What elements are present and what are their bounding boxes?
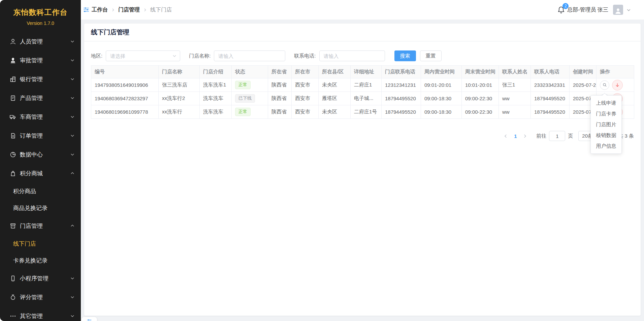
cell-district: 未央区 bbox=[319, 78, 351, 92]
dropdown-item-1[interactable]: 门店卡券 bbox=[591, 108, 621, 119]
sidebar-item-store-management[interactable]: 门店管理 bbox=[0, 216, 81, 235]
cell-weekend_hours: 10:01-20:01 bbox=[462, 78, 499, 92]
prev-page-button[interactable] bbox=[501, 134, 510, 139]
chevron-down-icon[interactable] bbox=[626, 7, 631, 12]
dropdown-item-2[interactable]: 门店图片 bbox=[591, 119, 621, 130]
sidebar-item-approval[interactable]: 审批管理 bbox=[0, 51, 81, 70]
cell-contact_phone: 18794495520 bbox=[531, 92, 570, 105]
cell-contact_phone: 23323342331 bbox=[531, 78, 570, 92]
sidebar-subitem-coupon-exchange-records[interactable]: 卡券兑换记录 bbox=[0, 252, 81, 269]
cell-province: 陕西省 bbox=[268, 92, 292, 105]
chevron-down-icon bbox=[70, 58, 75, 63]
card-header: 线下门店管理 bbox=[84, 24, 641, 41]
region-select-input[interactable] bbox=[106, 50, 180, 61]
cell-weekend_hours: 09:00-22:30 bbox=[462, 105, 499, 119]
chevron-up-icon bbox=[70, 223, 75, 228]
column-header: 所在县/区 bbox=[319, 66, 351, 78]
cell-district: 雁塔区 bbox=[319, 92, 351, 105]
chevron-down-icon bbox=[70, 152, 75, 157]
column-header: 编号 bbox=[91, 66, 159, 78]
chevron-down-icon bbox=[70, 276, 75, 281]
store-name-input[interactable] bbox=[214, 50, 285, 61]
sidebar-item-rating[interactable]: 评分管理 bbox=[0, 288, 81, 307]
app-title: 东怡数科工作台 bbox=[0, 7, 81, 17]
chart-icon bbox=[9, 151, 17, 158]
breadcrumb-item-workbench[interactable]: 工作台 bbox=[92, 6, 108, 13]
cell-intro: 洗车洗车 bbox=[200, 92, 232, 105]
avatar[interactable] bbox=[613, 5, 623, 15]
cell-weekday_hours: 09:00-18:30 bbox=[421, 92, 462, 105]
content-card: 线下门店管理 地区: 门店名称: 联系电话: 搜索 bbox=[84, 24, 641, 316]
app-version: Version 1.7.0 bbox=[0, 21, 81, 26]
goto-label: 前往 bbox=[536, 133, 546, 139]
cell-contact_name: 张三1 bbox=[499, 78, 531, 92]
breadcrumb-item-offline-stores: 线下门店 bbox=[150, 6, 172, 13]
cell-contact_name: ww bbox=[499, 105, 531, 119]
sidebar-item-other[interactable]: 其它管理 bbox=[0, 307, 81, 321]
sidebar-item-data-center[interactable]: 数据中心 bbox=[0, 145, 81, 164]
sidebar-item-dealer[interactable]: 车商管理 bbox=[0, 107, 81, 126]
sidebar-item-bank[interactable]: 银行管理 bbox=[0, 70, 81, 88]
chevron-down-icon bbox=[70, 96, 75, 100]
cell-store_phone: 18794495520 bbox=[382, 105, 421, 119]
down-arrow-icon bbox=[615, 82, 620, 88]
sidebar-subitem-points-goods[interactable]: 积分商品 bbox=[0, 183, 81, 200]
dropdown-item-0[interactable]: 上线申请 bbox=[591, 98, 621, 108]
floating-sliders-chip[interactable] bbox=[82, 317, 97, 321]
breadcrumb-separator bbox=[111, 8, 115, 12]
cell-weekday_hours: 09:00-18:30 bbox=[421, 105, 462, 119]
dropdown-item-4[interactable]: 用户信息 bbox=[591, 141, 621, 151]
page-number-1[interactable]: 1 bbox=[510, 133, 520, 139]
sidebar-item-order[interactable]: 订单管理 bbox=[0, 126, 81, 145]
main-area: 工作台 门店管理 线下门店 2 总部-管理员 张三 bbox=[81, 0, 644, 321]
table-row: 1947938051649019906张三洗车店洗车洗车1正常陕西省西安市未央区… bbox=[91, 78, 634, 92]
cell-intro: 洗车洗车 bbox=[200, 105, 232, 119]
pagination: 1 前往 页 20条/页 共 3 条 bbox=[91, 131, 634, 141]
reset-button[interactable]: 重置 bbox=[420, 50, 442, 61]
truck-icon bbox=[9, 113, 17, 120]
cell-contact_name: ww bbox=[499, 92, 531, 105]
chevron-down-icon bbox=[70, 114, 75, 119]
actions-dropdown-menu: 上线申请门店卡券门店图片核销数据用户信息 bbox=[590, 95, 622, 154]
dropdown-item-3[interactable]: 核销数据 bbox=[591, 130, 621, 141]
cell-store_phone: 18794495520 bbox=[382, 92, 421, 105]
sidebar-item-miniprogram[interactable]: 小程序管理 bbox=[0, 269, 81, 288]
cell-id: 1940680196961099778 bbox=[91, 105, 159, 119]
column-header: 所在市 bbox=[292, 66, 319, 78]
view-store-button[interactable] bbox=[600, 80, 609, 90]
chevron-down-icon bbox=[70, 314, 75, 318]
filter-bar: 地区: 门店名称: 联系电话: 搜索 重置 bbox=[91, 50, 634, 61]
sidebar-subitem-offline-stores[interactable]: 线下门店 bbox=[0, 235, 81, 252]
cell-district: 未央区 bbox=[319, 105, 351, 119]
store-actions-button[interactable] bbox=[612, 80, 623, 91]
notification-bell-button[interactable]: 2 bbox=[557, 5, 566, 14]
region-select[interactable] bbox=[106, 50, 180, 61]
sidebar-item-personnel[interactable]: 人员管理 bbox=[0, 32, 81, 51]
cell-province: 陕西省 bbox=[268, 105, 292, 119]
search-button[interactable]: 搜索 bbox=[394, 50, 416, 61]
status-badge: 正常 bbox=[235, 108, 251, 116]
stores-table: 编号门店名称门店介绍状态所在省所在市所在县/区详细地址门店联系电话周内营业时间周… bbox=[91, 65, 634, 119]
cell-weekend_hours: 09:00-22:30 bbox=[462, 92, 499, 105]
sidebar-item-product[interactable]: 产品管理 bbox=[0, 88, 81, 107]
breadcrumb-item-store-management[interactable]: 门店管理 bbox=[118, 6, 140, 13]
status-cell: 已下线 bbox=[232, 92, 268, 105]
order-icon bbox=[9, 132, 17, 139]
sidebar-subitem-goods-exchange-records[interactable]: 商品兑换记录 bbox=[0, 200, 81, 216]
goto-page-input[interactable] bbox=[549, 131, 565, 141]
sidebar-item-points-mall[interactable]: 积分商城 bbox=[0, 164, 81, 183]
cell-address: 二府庄1号 bbox=[351, 105, 382, 119]
region-label: 地区: bbox=[91, 53, 102, 59]
breadcrumb-separator bbox=[143, 8, 147, 12]
store-name-field bbox=[214, 50, 285, 61]
phone-input[interactable] bbox=[319, 50, 385, 61]
user-icon bbox=[9, 38, 17, 45]
status-cell: 正常 bbox=[232, 105, 268, 119]
sidebar: 东怡数科工作台 Version 1.7.0 人员管理审批管理银行管理产品管理车商… bbox=[0, 0, 81, 321]
status-cell: 正常 bbox=[232, 78, 268, 92]
status-badge: 正常 bbox=[235, 81, 251, 89]
sliders-icon bbox=[83, 6, 90, 13]
chevron-down-icon bbox=[70, 133, 75, 138]
cell-intro: 洗车洗车1 bbox=[200, 78, 232, 92]
next-page-button[interactable] bbox=[520, 134, 529, 139]
